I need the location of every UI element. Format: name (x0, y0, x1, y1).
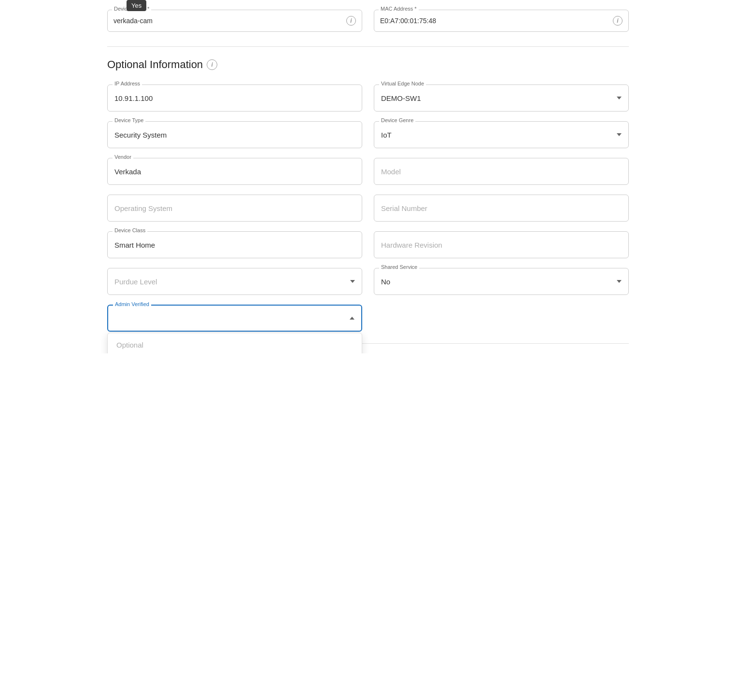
admin-verified-dropdown: Optional Yes No (107, 333, 362, 353)
device-type-label: Device Type (113, 117, 145, 123)
device-genre-value: IoT (381, 131, 617, 139)
model-field: Model (374, 158, 629, 185)
shared-service-label: Shared Service (379, 264, 419, 270)
device-name-info-icon[interactable]: i (346, 16, 356, 26)
tooltip: Yes (127, 0, 146, 11)
device-name-input[interactable] (113, 17, 346, 25)
admin-verified-wrapper: Admin Verified Optional Yes No (107, 305, 362, 332)
top-row: Device Name * i MAC Address * i (107, 10, 629, 32)
hardware-revision-field: Hardware Revision (374, 231, 629, 258)
optional-heading-text: Optional Information (107, 58, 203, 71)
device-genre-field[interactable]: Device Genre IoT (374, 121, 629, 148)
admin-verified-field[interactable]: Admin Verified (107, 305, 362, 332)
virtual-edge-node-value: DEMO-SW1 (381, 94, 617, 102)
model-placeholder: Model (381, 168, 401, 176)
ip-address-field: IP Address 10.91.1.100 (107, 84, 362, 112)
admin-verified-label: Admin Verified (113, 301, 151, 307)
mac-address-input-row: i (374, 10, 629, 32)
virtual-edge-node-chevron-icon (617, 97, 622, 99)
shared-service-chevron-icon (617, 280, 622, 283)
dropdown-option-optional[interactable]: Optional (108, 333, 362, 353)
device-type-field: Device Type Security System (107, 121, 362, 148)
purdue-level-field[interactable]: Purdue Level (107, 268, 362, 295)
device-name-field: Device Name * i (107, 10, 362, 32)
empty-cell (374, 305, 629, 332)
operating-system-field: Operating System (107, 195, 362, 222)
top-divider (107, 46, 629, 47)
shared-service-field[interactable]: Shared Service No (374, 268, 629, 295)
purdue-level-chevron-icon (350, 280, 355, 283)
hardware-revision-placeholder: Hardware Revision (381, 241, 442, 249)
mac-address-info-icon[interactable]: i (613, 16, 623, 26)
serial-number-field: Serial Number (374, 195, 629, 222)
admin-verified-chevron-icon (350, 317, 354, 320)
vendor-value: Verkada (114, 168, 141, 176)
vendor-label: Vendor (113, 154, 133, 160)
ip-address-label: IP Address (113, 81, 142, 86)
serial-number-placeholder: Serial Number (381, 204, 427, 212)
device-genre-chevron-icon (617, 133, 622, 136)
optional-info-icon[interactable]: i (207, 59, 217, 70)
mac-address-input[interactable] (380, 17, 613, 25)
device-genre-label: Device Genre (379, 117, 415, 123)
virtual-edge-node-field[interactable]: Virtual Edge Node DEMO-SW1 (374, 84, 629, 112)
purdue-level-placeholder: Purdue Level (114, 278, 350, 286)
page-container: Yes Device Name * i MAC Address * i Opti… (98, 0, 638, 353)
device-name-input-row: i (107, 10, 362, 32)
device-class-value: Smart Home (114, 241, 155, 249)
device-type-value: Security System (114, 131, 167, 139)
ip-address-value: 10.91.1.100 (114, 94, 153, 102)
shared-service-value: No (381, 278, 617, 286)
mac-address-field: MAC Address * i (374, 10, 629, 32)
vendor-field: Vendor Verkada (107, 158, 362, 185)
fields-grid: IP Address 10.91.1.100 Virtual Edge Node… (107, 84, 629, 332)
optional-section-heading: Optional Information i (107, 58, 629, 71)
device-class-label: Device Class (113, 227, 147, 233)
virtual-edge-node-label: Virtual Edge Node (379, 81, 426, 86)
operating-system-placeholder: Operating System (114, 204, 172, 212)
mac-address-label: MAC Address * (379, 6, 419, 12)
device-class-field: Device Class Smart Home (107, 231, 362, 258)
